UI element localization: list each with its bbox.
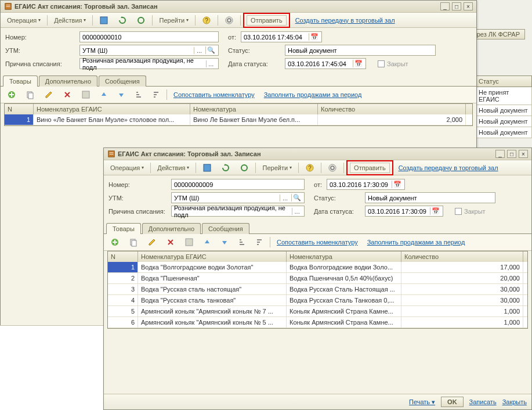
table-row[interactable]: 4Водка "Русская сталь танковая"Водка Рус… (108, 295, 527, 306)
goto-menu[interactable]: Перейти▾ (155, 15, 193, 26)
reload-icon[interactable] (236, 161, 253, 174)
calendar-icon[interactable]: 📅 (392, 181, 402, 188)
sort-desc-icon[interactable] (148, 89, 164, 100)
help-icon[interactable]: ? (198, 14, 215, 27)
col-nom[interactable]: Номенклатура (287, 251, 401, 262)
operation-menu[interactable]: Операция▾ (3, 15, 45, 26)
col-qty[interactable]: Количество (318, 104, 466, 114)
ellipsis-icon[interactable]: ... (194, 47, 204, 54)
search-icon[interactable]: 🔍 (205, 46, 216, 54)
number-input[interactable]: 00000000010 (79, 31, 219, 42)
ellipsis-icon[interactable]: ... (292, 208, 302, 215)
tab-goods[interactable]: Товары (3, 75, 38, 87)
add-row-icon[interactable] (3, 88, 20, 101)
refresh-icon[interactable] (114, 14, 131, 27)
titlebar[interactable]: ЕГАИС Акт списания: Торговый зал. Записа… (104, 148, 531, 160)
operation-menu[interactable]: Операция▾ (106, 163, 148, 173)
match-nomenclature[interactable]: Сопоставить номенклатуру (169, 89, 259, 100)
settings-icon[interactable] (324, 161, 341, 174)
col-n[interactable]: N (5, 104, 34, 114)
ok-button[interactable]: OK (441, 397, 464, 407)
save-icon[interactable] (198, 161, 216, 174)
calendar-icon[interactable]: 📅 (309, 33, 319, 41)
minimize-button[interactable]: _ (440, 2, 450, 10)
calendar-icon[interactable]: 📅 (430, 207, 440, 215)
edit-row-icon[interactable] (40, 88, 57, 101)
utm-input[interactable]: УТМ (Ш)...🔍 (79, 45, 219, 56)
status-input[interactable]: Новый документ (285, 45, 436, 56)
table-row[interactable]: 2Водка "Пшеничная"Водка Пшеничная 0,5л 4… (108, 273, 527, 284)
ellipsis-icon[interactable]: ... (280, 195, 290, 202)
col-qty[interactable]: Количество (401, 251, 523, 262)
status-date-input[interactable]: 03.10.2016 17:30:09📅 (365, 206, 443, 217)
titlebar[interactable]: ЕГАИС Акт списания: Торговый зал. Записа… (1, 1, 476, 13)
utm-input[interactable]: УТМ (Ш)...🔍 (171, 192, 305, 203)
status-input[interactable]: Новый документ (365, 192, 495, 203)
ellipsis-icon[interactable]: ... (206, 60, 216, 67)
fill-by-sales[interactable]: Заполнить продажами за период (260, 89, 366, 100)
reason-input[interactable]: Розничная реализация продукция, не подл.… (79, 58, 219, 69)
move-down-icon[interactable] (113, 89, 129, 100)
from-date-input[interactable]: 03.10.2016 17:45:04📅 (241, 31, 322, 42)
refresh-icon[interactable] (217, 161, 234, 174)
table-row[interactable]: 5Армянский коньяк "Армянский коньяк № 7 … (108, 306, 527, 317)
tab-messages[interactable]: Сообщения (99, 75, 146, 87)
move-down-icon[interactable] (216, 236, 233, 248)
closed-checkbox[interactable] (455, 208, 462, 215)
table-row[interactable]: 6Армянский коньяк "Армянский коньяк № 5 … (108, 317, 527, 328)
print-button[interactable]: Печать ▾ (409, 398, 435, 406)
from-date-input[interactable]: 03.10.2016 17:30:09📅 (327, 179, 405, 190)
goto-menu[interactable]: Перейти▾ (258, 163, 296, 173)
close-link[interactable]: Закрыть (502, 398, 527, 405)
table-row[interactable]: 1 Вино «Ле Банкет Блан Муэле» столовое п… (5, 114, 472, 125)
number-input[interactable]: 00000000009 (171, 179, 305, 190)
copy-row-icon[interactable] (21, 88, 39, 101)
tab-extra[interactable]: Дополнительно (142, 223, 201, 234)
reason-input[interactable]: Розничная реализация продукция, не подл.… (171, 206, 305, 217)
close-button[interactable]: × (464, 2, 473, 10)
col-egais[interactable]: Номенклатура ЕГАИС (138, 251, 287, 262)
calendar-icon[interactable]: 📅 (353, 60, 363, 67)
search-icon[interactable]: 🔍 (291, 194, 302, 202)
status-date-input[interactable]: 03.10.2016 17:45:04📅 (285, 58, 366, 69)
maximize-button[interactable]: □ (507, 150, 516, 158)
copy-row-icon[interactable] (125, 236, 142, 249)
actions-menu[interactable]: Действия▾ (50, 15, 90, 26)
table-row[interactable]: 3Водка "Русская сталь настоящая"Водка Ру… (108, 284, 527, 295)
reload-icon[interactable] (132, 14, 150, 27)
help-icon[interactable]: ? (301, 161, 319, 174)
actions-menu[interactable]: Действия▾ (153, 163, 193, 173)
tab-messages[interactable]: Сообщения (202, 223, 249, 234)
closed-checkbox[interactable] (378, 60, 385, 67)
tab-extra[interactable]: Дополнительно (39, 75, 97, 87)
sort-desc-icon[interactable] (251, 236, 267, 248)
move-up-icon[interactable] (199, 236, 215, 248)
delete-row-icon[interactable] (162, 236, 179, 249)
create-transfer-button[interactable]: Создать передачу в торговый зал (291, 15, 399, 26)
settings-icon[interactable] (220, 14, 238, 27)
col-nom[interactable]: Номенклатура (190, 104, 318, 114)
move-up-icon[interactable] (96, 89, 112, 100)
match-nomenclature[interactable]: Сопоставить номенклатуру (273, 237, 362, 247)
table-row[interactable]: 1Водка "Волгоградские водки Золотая"Водк… (108, 262, 527, 273)
add-row-icon[interactable] (106, 236, 124, 249)
sort-asc-icon[interactable] (131, 89, 147, 100)
save-button[interactable]: Записать (469, 398, 497, 405)
background-status-row: Новый документ (475, 116, 532, 127)
tab-goods[interactable]: Товары (106, 223, 141, 234)
col-n[interactable]: N (108, 251, 138, 262)
col-egais[interactable]: Номенклатура ЕГАИС (34, 104, 190, 114)
disk-icon[interactable] (180, 236, 198, 249)
create-transfer-button[interactable]: Создать передачу в торговый зал (395, 163, 502, 173)
delete-row-icon[interactable] (59, 88, 76, 101)
maximize-button[interactable]: □ (452, 2, 461, 10)
disk-icon[interactable] (77, 88, 95, 101)
close-button[interactable]: × (519, 150, 528, 158)
send-button[interactable]: Отправить (350, 163, 390, 173)
sort-asc-icon[interactable] (234, 236, 250, 248)
send-button[interactable]: Отправить (247, 15, 287, 26)
save-icon[interactable] (95, 14, 113, 27)
edit-row-icon[interactable] (143, 236, 161, 249)
fill-by-sales[interactable]: Заполнить продажами за период (363, 237, 469, 247)
minimize-button[interactable]: _ (495, 150, 505, 158)
